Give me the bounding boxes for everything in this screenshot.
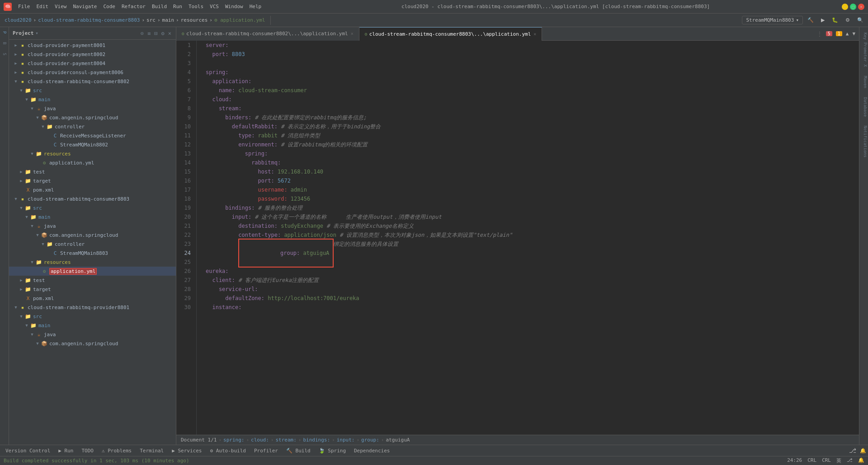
sidebar-bookmarks-icon[interactable]: B [1,40,8,47]
tree-item-appYml8803[interactable]: ⚙ application.yml [9,267,176,276]
chevron-down-icon[interactable]: ▾ [796,17,799,23]
tree-item-com8801[interactable]: ▼ 📦 com.angenin.springcloud [9,339,176,348]
sidebar-structure-icon[interactable]: S [1,51,8,58]
tree-item-controller8802[interactable]: ▼ 📁 controller [9,122,176,131]
bottom-tab-todo[interactable]: TODO [78,447,97,455]
tree-item-controller8803[interactable]: ▼ 📁 controller [9,240,176,249]
tree-item-com8803[interactable]: ▼ 📦 com.angenin.springcloud [9,230,176,240]
lang-indicator[interactable]: 英 [836,457,841,464]
menu-refactor[interactable]: Refactor [119,3,148,10]
menu-view[interactable]: View [52,3,70,10]
bc-module[interactable]: cloud-stream-rabbitmq-consumer8803 [38,17,140,23]
doc-bc-stream[interactable]: stream: [275,437,296,443]
tree-item-consumer8803[interactable]: ▼ ▪ cloud-stream-rabbitmq-consumer8803 [9,194,176,203]
tree-item-appYml8802[interactable]: ⚙ application.yml [9,158,176,167]
bc-main[interactable]: main [162,17,175,23]
tree-item-receiveListener[interactable]: C ReceiveMessageListener [9,131,176,140]
menu-tools[interactable]: Tools [186,3,206,10]
tree-item-consumer8802[interactable]: ▼ ▪ cloud-stream-rabbitmq-consumer8802 [9,77,176,86]
bottom-tab-dependencies[interactable]: Dependencies [350,447,393,455]
bc-src[interactable]: src [146,17,156,23]
tree-item-target8803[interactable]: ▶ 📁 target [9,285,176,294]
tree-item-src8803[interactable]: ▼ 📁 src [9,203,176,212]
position-indicator[interactable]: 24:26 [787,457,802,464]
bottom-tab-terminal[interactable]: Terminal [136,447,167,455]
tree-item-main8802[interactable]: ▼ 📁 main [9,95,176,104]
tree-item-resources8803[interactable]: ▼ 📁 resources [9,258,176,267]
tree-item-streamMain8803[interactable]: C StreamMQMain8803 [9,249,176,258]
tree-item-src8801[interactable]: ▼ 📁 src [9,312,176,321]
menu-window[interactable]: Window [222,3,246,10]
panel-expand-icon[interactable]: ≡ [146,30,151,37]
bc-resources[interactable]: resources [181,17,208,23]
tree-item-com8802[interactable]: ▼ 📦 com.angenin.springcloud [9,113,176,122]
tree-item-resources8802[interactable]: ▼ 📁 resources [9,149,176,158]
menu-code[interactable]: Code [100,3,118,10]
tree-item-target8802[interactable]: ▶ 📁 target [9,176,176,185]
menu-run[interactable]: Run [170,3,185,10]
tab-more-icon[interactable]: ⋮ [817,31,822,37]
tree-item-main8803[interactable]: ▼ 📁 main [9,212,176,221]
doc-bc-bindings[interactable]: bindings: [303,437,330,443]
tree-item-test8803[interactable]: ▶ 📁 test [9,276,176,285]
line-ending-indicator[interactable]: CRL [822,457,831,464]
right-sidebar-database[interactable]: Database [860,94,868,120]
tree-item-payment8004[interactable]: ▶ ▪ cloud-provider-payment8004 [9,59,176,68]
tree-item-pom8803[interactable]: X pom.xml [9,294,176,303]
git-status[interactable]: ⎇ [847,457,853,464]
doc-bc-group[interactable]: group: [361,437,379,443]
doc-bc-spring[interactable]: spring: [223,437,244,443]
right-sidebar-notifications[interactable]: Notifications [860,122,868,161]
right-sidebar-maven[interactable]: Maven [860,72,868,92]
panel-dropdown-icon[interactable]: ▾ [35,30,38,36]
run-config-selector[interactable]: StreamMQMain8803 ▾ [742,16,803,24]
bottom-tab-services[interactable]: ▶ Services [168,447,205,455]
tree-item-test8802[interactable]: ▶ 📁 test [9,167,176,176]
tab-close-icon[interactable]: × [533,32,536,37]
tree-item-streamMain8802[interactable]: C StreamMQMain8802 [9,140,176,149]
notification-icon[interactable]: 🔔 [860,448,866,454]
tree-item-provider8801[interactable]: ▼ ▪ cloud-stream-rabbitmq-provider8801 [9,303,176,312]
run-button[interactable]: ▶ [818,16,827,24]
sidebar-project-icon[interactable]: P [1,29,8,36]
bc-file[interactable]: ⚙ application.yml [214,17,265,23]
minimize-button[interactable]: − [842,4,848,10]
bottom-tab-auto-build[interactable]: ⚙ Auto-build [206,447,249,455]
panel-locate-icon[interactable]: ⊙ [140,30,145,37]
bottom-tab-run[interactable]: ▶ Run [55,447,77,455]
tree-item-payment8002[interactable]: ▶ ▪ cloud-provider-payment8002 [9,50,176,59]
build-button[interactable]: 🔨 [805,16,816,24]
menu-navigate[interactable]: Navigate [71,3,100,10]
tab-consumer8802-yml[interactable]: ⚙ cloud-stream-rabbitmq-consumer8802\...… [176,27,359,41]
tree-item-payment8001[interactable]: ▶ ▪ cloud-provider-payment8001 [9,41,176,50]
tree-item-java8803[interactable]: ▼ ☕ java [9,221,176,230]
encoding-indicator[interactable]: CRL [807,457,816,464]
doc-bc-input[interactable]: input: [337,437,355,443]
menu-build[interactable]: Build [149,3,170,10]
git-icon[interactable]: ⎇ [849,447,856,454]
menu-bar[interactable]: File Edit View Navigate Code Refactor Bu… [15,3,264,10]
maximize-button[interactable]: □ [850,4,856,10]
bc-root[interactable]: cloud2020 [5,17,32,23]
tab-consumer8803-yml[interactable]: ⚙ cloud-stream-rabbitmq-consumer8803\...… [359,27,542,41]
bottom-tab-problems[interactable]: ⚠ Problems [98,447,135,455]
close-button[interactable]: × [858,4,864,10]
bottom-tab-build[interactable]: 🔨 Build [283,447,314,455]
tree-item-java8801[interactable]: ▼ ☕ java [9,330,176,339]
menu-edit[interactable]: Edit [34,3,52,10]
bottom-tab-profiler[interactable]: Profiler [250,447,282,455]
doc-bc-cloud[interactable]: cloud: [251,437,269,443]
notifications-status[interactable]: 🔔 [858,457,864,464]
settings-button[interactable]: ⚙ [843,16,853,24]
right-sidebar-key-promoter[interactable]: Key Promoter X [860,29,868,70]
debug-button[interactable]: 🐛 [829,16,841,24]
panel-close-icon[interactable]: × [167,30,172,37]
search-button[interactable]: 🔍 [854,16,866,24]
code-content[interactable]: server: port: 8803 spring: application: … [202,41,859,435]
error-nav-up[interactable]: ▲ [846,31,849,37]
error-nav-down[interactable]: ▼ [852,31,855,37]
tree-item-java8802[interactable]: ▼ ☕ java [9,104,176,113]
menu-file[interactable]: File [15,3,33,10]
tree-item-main8801[interactable]: ▼ 📁 main [9,321,176,330]
menu-vcs[interactable]: VCS [207,3,222,10]
